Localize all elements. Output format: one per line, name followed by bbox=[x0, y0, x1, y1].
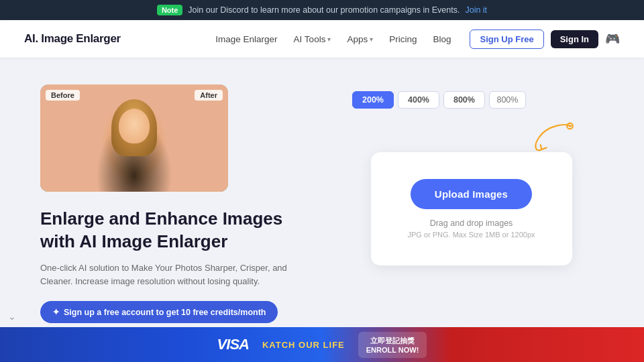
nav-actions: Sign Up Free Sign In 🎮 bbox=[470, 29, 620, 49]
zoom-controls: 200% 400% 800% bbox=[352, 91, 526, 109]
nav-item-image-enlarger[interactable]: Image Enlarger bbox=[209, 30, 284, 48]
navbar: AI. Image Enlarger Image Enlarger AI Too… bbox=[0, 20, 644, 58]
arrow-decoration bbox=[530, 119, 577, 159]
signin-button[interactable]: Sign In bbox=[551, 30, 598, 48]
chevron-down-icon: ▾ bbox=[327, 36, 331, 43]
svg-point-1 bbox=[569, 125, 572, 127]
drag-drop-text: Drag and drop images bbox=[430, 219, 513, 228]
visa-logo: VISA bbox=[217, 336, 249, 353]
hero-description: One-click AI solution to Make Your Photo… bbox=[40, 261, 295, 290]
announcement-text: Join our Discord to learn more about our… bbox=[188, 5, 460, 15]
free-account-button[interactable]: ✦ Sign up a free account to get 10 free … bbox=[40, 301, 278, 323]
announcement-link[interactable]: Join it bbox=[465, 5, 487, 15]
right-panel: 200% 400% 800% Upload Images Drag and dr… bbox=[339, 84, 604, 265]
logo: AI. Image Enlarger bbox=[24, 32, 121, 46]
nav-item-pricing[interactable]: Pricing bbox=[382, 30, 423, 48]
discord-icon[interactable]: 🎮 bbox=[605, 32, 620, 46]
announcement-bar: Note Join our Discord to learn more abou… bbox=[0, 0, 644, 20]
before-after-image: Before After bbox=[40, 84, 228, 192]
zoom-400-button[interactable]: 400% bbox=[398, 91, 439, 109]
zoom-200-button[interactable]: 200% bbox=[352, 91, 394, 109]
scroll-indicator: ⌄ bbox=[8, 311, 16, 322]
upload-images-button[interactable]: Upload Images bbox=[411, 179, 532, 209]
format-text: JPG or PNG. Max Size 1MB or 1200px bbox=[407, 231, 535, 239]
ad-tagline: KATCH OUR LIFE bbox=[262, 340, 345, 350]
after-label: After bbox=[195, 90, 223, 101]
zoom-custom-input[interactable] bbox=[489, 91, 526, 109]
chevron-down-icon: ▾ bbox=[370, 36, 373, 43]
signup-free-button[interactable]: Sign Up Free bbox=[470, 29, 543, 49]
nav-item-apps[interactable]: Apps ▾ bbox=[340, 30, 380, 48]
hero-title: Enlarge and Enhance Images with AI Image… bbox=[40, 208, 305, 253]
ad-cta[interactable]: 立即登記抽獎ENROLL NOW! bbox=[358, 332, 427, 358]
main-content: Before After Enlarge and Enhance Images … bbox=[0, 58, 644, 343]
star-icon: ✦ bbox=[52, 307, 60, 317]
before-label: Before bbox=[46, 90, 80, 101]
left-panel: Before After Enlarge and Enhance Images … bbox=[40, 84, 305, 323]
upload-panel: Upload Images Drag and drop images JPG o… bbox=[371, 152, 572, 265]
ad-banner[interactable]: VISA KATCH OUR LIFE 立即登記抽獎ENROLL NOW! bbox=[0, 327, 644, 362]
note-badge: Note bbox=[157, 5, 182, 15]
nav-links: Image Enlarger AI Tools ▾ Apps ▾ Pricing… bbox=[209, 30, 458, 48]
nav-item-blog[interactable]: Blog bbox=[426, 30, 458, 48]
zoom-800-button[interactable]: 800% bbox=[443, 91, 485, 109]
nav-item-ai-tools[interactable]: AI Tools ▾ bbox=[287, 30, 338, 48]
photo-background bbox=[40, 84, 228, 192]
